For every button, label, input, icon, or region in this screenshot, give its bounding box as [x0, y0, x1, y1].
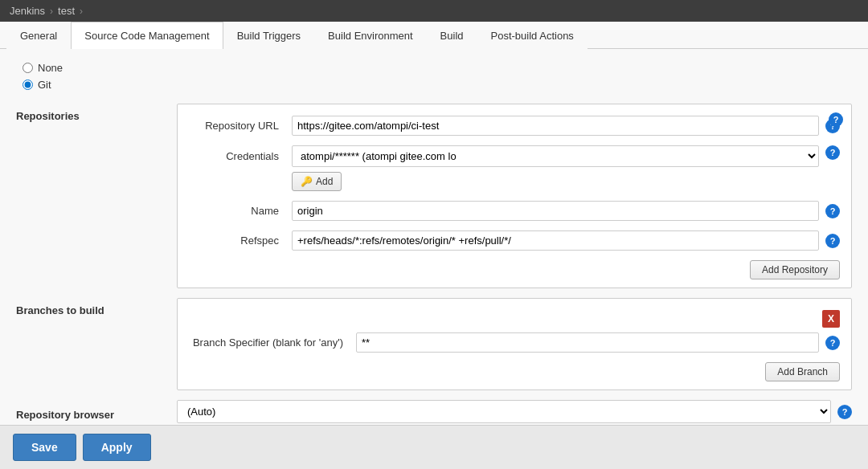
- delete-branch-button[interactable]: X: [822, 310, 840, 328]
- git-text: Git: [38, 79, 51, 91]
- refspec-label: Refspec: [189, 234, 285, 247]
- repo-url-row: Repository URL ?: [189, 116, 840, 136]
- refspec-row: Refspec ?: [189, 230, 840, 251]
- branch-specifier-help-icon[interactable]: ?: [825, 336, 840, 350]
- repo-browser-select[interactable]: (Auto): [177, 400, 831, 423]
- add-credentials-button[interactable]: 🔑 Add: [292, 172, 342, 191]
- tab-build[interactable]: Build: [427, 22, 477, 49]
- breadcrumb-bar: Jenkins › test ›: [0, 0, 868, 22]
- main-content: General Source Code Management Build Tri…: [0, 22, 868, 469]
- breadcrumb-jenkins[interactable]: Jenkins: [10, 5, 45, 17]
- repositories-section: Repositories ? Repository URL ?: [16, 104, 852, 288]
- tabs: General Source Code Management Build Tri…: [0, 22, 868, 49]
- save-button[interactable]: Save: [13, 434, 76, 461]
- breadcrumb-test[interactable]: test: [58, 5, 75, 17]
- bottom-bar: Save Apply: [0, 425, 868, 469]
- none-text: None: [38, 62, 63, 74]
- credentials-select[interactable]: atompi/****** (atompi gitee.com lo: [292, 145, 819, 167]
- name-row: Name ?: [189, 201, 840, 221]
- credentials-help-icon[interactable]: ?: [825, 145, 840, 160]
- add-repository-button[interactable]: Add Repository: [750, 260, 840, 279]
- branches-panel: X Branch Specifier (blank for 'any') ? A…: [177, 298, 852, 390]
- add-branch-button[interactable]: Add Branch: [765, 362, 840, 381]
- name-input[interactable]: [292, 201, 819, 221]
- content-area: None Git Repositories ? Repository URL: [0, 49, 868, 469]
- repo-url-label: Repository URL: [189, 120, 285, 132]
- add-repo-btn-row: Add Repository: [189, 260, 840, 279]
- branch-specifier-label: Branch Specifier (blank for 'any'): [189, 336, 350, 349]
- tab-post-build-actions[interactable]: Post-build Actions: [477, 22, 588, 49]
- refspec-input[interactable]: [292, 230, 819, 251]
- credentials-label: Credentials: [189, 145, 285, 162]
- repositories-label: Repositories: [16, 104, 177, 288]
- branch-delete-row: X: [189, 310, 840, 328]
- tab-build-environment[interactable]: Build Environment: [314, 22, 427, 49]
- tab-source-code-management[interactable]: Source Code Management: [71, 22, 223, 49]
- tab-general[interactable]: General: [6, 22, 71, 49]
- breadcrumb-sep2: ›: [80, 6, 83, 17]
- radio-git[interactable]: [23, 80, 33, 90]
- tab-build-triggers[interactable]: Build Triggers: [223, 22, 314, 49]
- branches-label: Branches to build: [16, 298, 177, 390]
- name-label: Name: [189, 205, 285, 217]
- radio-git-label[interactable]: Git: [23, 79, 852, 91]
- key-icon: 🔑: [301, 176, 313, 187]
- repo-url-input[interactable]: [292, 116, 819, 136]
- repo-browser-content: (Auto) ?: [177, 400, 852, 423]
- branches-content: X Branch Specifier (blank for 'any') ? A…: [177, 298, 852, 390]
- repo-browser-section: Repository browser (Auto) ?: [16, 400, 852, 423]
- branches-section: Branches to build X Branch Specifier (bl…: [16, 298, 852, 390]
- name-help-icon[interactable]: ?: [825, 204, 840, 218]
- add-label: Add: [316, 176, 333, 187]
- repo-browser-label: Repository browser: [16, 402, 177, 421]
- repo-browser-help-icon[interactable]: ?: [837, 405, 852, 419]
- branch-specifier-input[interactable]: [356, 332, 819, 353]
- radio-none-label[interactable]: None: [23, 62, 852, 74]
- scm-radio-group: None Git: [16, 62, 852, 91]
- repo-help-icon[interactable]: ?: [829, 112, 843, 127]
- repositories-content: ? Repository URL ? Credentials atompi/*: [177, 104, 852, 288]
- refspec-help-icon[interactable]: ?: [825, 234, 840, 248]
- breadcrumb-sep1: ›: [50, 6, 53, 17]
- repo-browser-row: (Auto) ?: [177, 400, 852, 423]
- repositories-panel: ? Repository URL ? Credentials atompi/*: [177, 104, 852, 288]
- add-branch-btn-row: Add Branch: [189, 362, 840, 381]
- apply-button[interactable]: Apply: [83, 434, 151, 461]
- radio-none[interactable]: [23, 63, 33, 73]
- credentials-row: Credentials atompi/****** (atompi gitee.…: [189, 145, 840, 191]
- branch-specifier-row: Branch Specifier (blank for 'any') ?: [189, 332, 840, 353]
